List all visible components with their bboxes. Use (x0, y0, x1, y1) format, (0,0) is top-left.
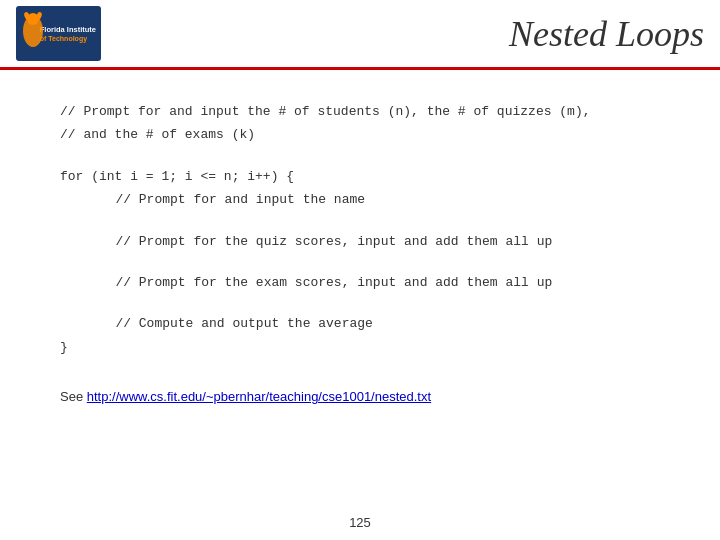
logo-area: Florida Institute of Technology (16, 6, 101, 61)
see-section: See http://www.cs.fit.edu/~pbernhar/teac… (60, 389, 660, 404)
header: Florida Institute of Technology Nested L… (0, 0, 720, 70)
code-line-5: // Prompt for the quiz scores, input and… (60, 230, 660, 253)
blank-1 (60, 147, 660, 165)
footer: 125 (0, 515, 720, 530)
logo-line2: of Technology (40, 35, 96, 42)
see-link[interactable]: http://www.cs.fit.edu/~pbernhar/teaching… (87, 389, 431, 404)
see-label: See (60, 389, 87, 404)
logo-line1: Florida Institute (40, 25, 96, 35)
blank-2 (60, 212, 660, 230)
page-number: 125 (349, 515, 371, 530)
logo-box: Florida Institute of Technology (16, 6, 101, 61)
blank-4 (60, 294, 660, 312)
code-line-4: // Prompt for and input the name (60, 188, 660, 211)
panther-icon (19, 11, 47, 51)
main-content: // Prompt for and input the # of student… (0, 70, 720, 424)
code-line-2: // and the # of exams (k) (60, 123, 660, 146)
code-line-1: // Prompt for and input the # of student… (60, 100, 660, 123)
code-line-7: // Compute and output the average (60, 312, 660, 335)
code-line-6: // Prompt for the exam scores, input and… (60, 271, 660, 294)
code-block: // Prompt for and input the # of student… (60, 100, 660, 359)
blank-3 (60, 253, 660, 271)
code-line-8: } (60, 336, 660, 359)
logo-text: Florida Institute of Technology (40, 25, 96, 42)
page-title: Nested Loops (509, 13, 704, 55)
code-line-3: for (int i = 1; i <= n; i++) { (60, 165, 660, 188)
